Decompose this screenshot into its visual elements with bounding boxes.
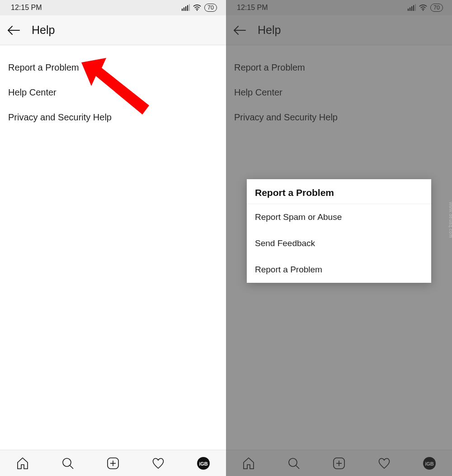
help-item-report-problem[interactable]: Report a Problem (0, 55, 226, 80)
bottom-nav: iGB (0, 450, 226, 476)
svg-line-9 (70, 466, 73, 469)
nav-search[interactable] (60, 456, 75, 471)
svg-rect-1 (184, 8, 184, 11)
svg-point-8 (63, 458, 71, 466)
svg-rect-3 (187, 5, 188, 11)
battery-icon: 70 (204, 4, 217, 12)
svg-text:iGB: iGB (199, 461, 208, 466)
help-item-privacy-security[interactable]: Privacy and Security Help (0, 105, 226, 130)
help-item-help-center[interactable]: Help Center (0, 80, 226, 105)
nav-create[interactable] (105, 456, 121, 471)
dialog-item-report-spam[interactable]: Report Spam or Abuse (247, 204, 431, 230)
svg-rect-4 (189, 4, 190, 11)
svg-point-5 (197, 10, 198, 11)
help-content: Report a Problem Help Center Privacy and… (0, 45, 226, 450)
wifi-icon (193, 4, 201, 11)
signal-icon (182, 4, 190, 11)
nav-profile[interactable]: iGB (196, 456, 211, 471)
dialog-item-send-feedback[interactable]: Send Feedback (247, 230, 431, 257)
report-problem-dialog: Report a Problem Report Spam or Abuse Se… (247, 179, 431, 283)
app-header: Help (0, 15, 226, 45)
svg-rect-0 (182, 9, 183, 11)
dialog-item-report-problem[interactable]: Report a Problem (247, 257, 431, 283)
status-time: 12:15 PM (11, 4, 42, 12)
watermark: www.deuaq.com (449, 202, 452, 238)
svg-rect-2 (185, 6, 186, 11)
page-title: Help (32, 24, 55, 37)
nav-home[interactable] (15, 456, 30, 471)
dialog-title: Report a Problem (247, 179, 431, 204)
status-icons: 70 (182, 4, 217, 12)
phone-left: 12:15 PM 70 Help Report a Problem Help C… (0, 0, 226, 476)
status-bar: 12:15 PM 70 (0, 0, 226, 15)
nav-activity[interactable] (151, 456, 166, 471)
phone-right: 12:15 PM 70 Help Report a Problem Help C… (226, 0, 452, 476)
back-button[interactable] (6, 23, 21, 38)
